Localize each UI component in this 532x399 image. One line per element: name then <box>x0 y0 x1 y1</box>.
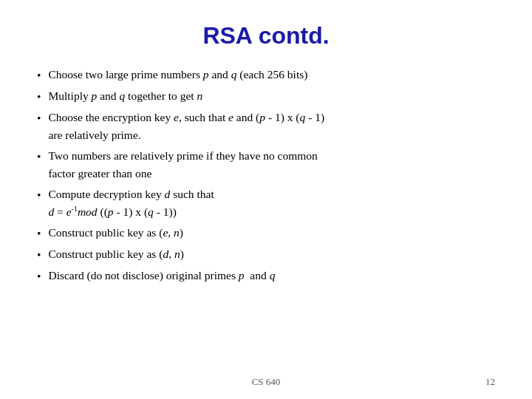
bullet-text-6: Construct public key as (e, n) <box>48 224 495 242</box>
bullet-text-5: Compute decryption key d such that d = e… <box>48 185 495 221</box>
footer-course: CS 640 <box>252 376 281 388</box>
bullet-marker: • <box>37 246 41 264</box>
footer-page: 12 <box>485 376 495 388</box>
list-item: • Construct public key as (d, n) <box>37 245 495 264</box>
bullet-text-4: Two numbers are relatively prime if they… <box>48 147 495 183</box>
list-item: • Construct public key as (e, n) <box>37 224 495 242</box>
list-item: • Choose the encryption key e, such that… <box>37 109 495 144</box>
list-item: • Discard (do not disclose) original pri… <box>37 267 495 285</box>
slide-content: • Choose two large prime numbers p and q… <box>37 66 495 377</box>
bullet-text-1: Choose two large prime numbers p and q (… <box>48 66 495 83</box>
bullet-text-2: Multiply p and q together to get n <box>48 87 495 105</box>
bullet-text-7: Construct public key as (d, n) <box>48 245 495 263</box>
bullet-marker: • <box>37 225 41 242</box>
footer: CS 640 <box>0 376 532 388</box>
bullet-text-3: Choose the encryption key e, such that e… <box>48 109 495 144</box>
list-item: • Choose two large prime numbers p and q… <box>37 66 495 84</box>
slide: RSA contd. • Choose two large prime numb… <box>0 0 532 399</box>
bullet-marker: • <box>37 148 41 166</box>
bullet-marker: • <box>37 109 41 127</box>
list-item: • Multiply p and q together to get n <box>37 87 495 106</box>
slide-title: RSA contd. <box>37 22 495 50</box>
bullet-text-8: Discard (do not disclose) original prime… <box>48 267 495 284</box>
bullet-marker: • <box>37 66 41 84</box>
list-item: • Two numbers are relatively prime if th… <box>37 147 495 183</box>
bullet-marker: • <box>37 88 41 106</box>
list-item: • Compute decryption key d such that d =… <box>37 185 495 221</box>
bullet-marker: • <box>37 267 41 285</box>
bullet-list: • Choose two large prime numbers p and q… <box>37 66 495 285</box>
formula: d = e-1mod ((p - 1) x (q - 1)) <box>48 205 176 218</box>
bullet-marker: • <box>37 186 41 204</box>
